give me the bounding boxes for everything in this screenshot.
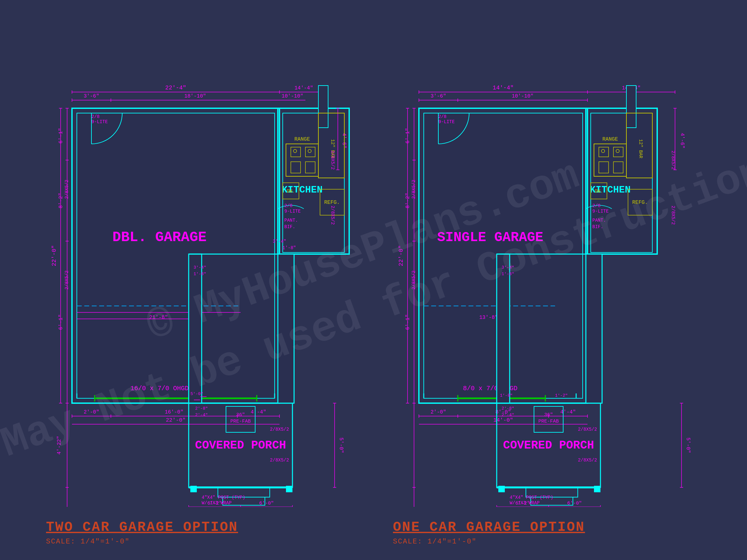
svg-text:2'-8": 2'-8": [195, 406, 208, 411]
left-plan-title: TWO CAR GARAGE OPTION: [46, 519, 354, 535]
svg-text:4"X4" POST (TYP): 4"X4" POST (TYP): [510, 495, 553, 500]
right-plan-title: ONE CAR GARAGE OPTION: [393, 519, 701, 535]
svg-text:2'-8": 2'-8": [501, 406, 514, 411]
right-plan-section: 14'-4" 3'-6" 10'-10" 14'-4": [393, 53, 701, 507]
svg-rect-226: [594, 486, 600, 492]
svg-text:DBL. GARAGE: DBL. GARAGE: [112, 229, 207, 245]
svg-text:2/8X5/2: 2/8X5/2: [670, 206, 676, 225]
left-plan-label: TWO CAR GARAGE OPTION SCALE: 1/4"=1'-0": [46, 519, 354, 546]
svg-text:DW.: DW.: [287, 189, 295, 194]
svg-rect-94: [286, 486, 292, 492]
svg-text:BIF.: BIF.: [592, 224, 603, 230]
svg-text:PRE-FAB: PRE-FAB: [230, 419, 251, 424]
svg-text:3'-4": 3'-4": [273, 239, 286, 244]
svg-rect-188: [626, 85, 636, 128]
svg-text:PANT.: PANT.: [592, 218, 606, 223]
svg-text:2/8: 2/8: [438, 114, 446, 119]
svg-text:4'-6": 4'-6": [679, 133, 685, 149]
svg-text:2/8X5/2: 2/8X5/2: [64, 271, 69, 290]
svg-text:6'-1": 6'-1": [405, 128, 411, 143]
svg-text:1'-8": 1'-8": [194, 272, 206, 276]
svg-text:3'-4": 3'-4": [501, 265, 514, 270]
svg-text:2/8X5/2: 2/8X5/2: [270, 458, 289, 463]
svg-text:6'-1": 6'-1": [58, 314, 64, 330]
right-plan-label: ONE CAR GARAGE OPTION SCALE: 1/4"=1'-0": [393, 519, 701, 546]
svg-text:2/8: 2/8: [592, 203, 600, 208]
svg-rect-225: [498, 486, 505, 492]
svg-text:1'-8": 1'-8": [501, 272, 514, 276]
svg-text:9-LITE: 9-LITE: [592, 209, 609, 214]
svg-rect-123: [189, 254, 202, 403]
svg-text:1'-8": 1'-8": [500, 393, 513, 398]
svg-text:4'-22": 4'-22": [56, 436, 62, 455]
svg-text:22'-0": 22'-0": [166, 417, 185, 423]
svg-text:12" BAR: 12" BAR: [638, 139, 643, 158]
svg-text:2'-4": 2'-4": [195, 412, 208, 418]
svg-rect-124: [278, 254, 294, 403]
svg-text:COVERED PORCH: COVERED PORCH: [195, 439, 286, 452]
svg-text:PRE-FAB: PRE-FAB: [538, 419, 559, 424]
svg-text:22'-0": 22'-0": [398, 245, 404, 266]
svg-text:3'-6": 3'-6": [431, 93, 446, 99]
svg-text:16/0 x 7/0 OHGD: 16/0 x 7/0 OHGD: [130, 385, 189, 392]
svg-text:14'-4": 14'-4": [294, 85, 313, 91]
svg-text:13'-8": 13'-8": [479, 315, 498, 321]
svg-text:RANGE: RANGE: [294, 136, 310, 142]
svg-text:10'-10": 10'-10": [281, 93, 303, 99]
svg-text:2/8X5/2: 2/8X5/2: [64, 180, 69, 199]
plans-wrapper: 22'-4" 3'-6" 18'-10" 14'-4" 10'-10": [27, 27, 720, 533]
svg-text:4'-4": 4'-4": [560, 409, 576, 415]
svg-text:10'-10": 10'-10": [512, 93, 533, 99]
svg-text:6'-1": 6'-1": [405, 314, 411, 330]
left-floor-plan: 22'-4" 3'-6" 18'-10" 14'-4" 10'-10": [46, 53, 354, 507]
svg-text:36": 36": [236, 412, 245, 418]
svg-text:6'-1": 6'-1": [58, 128, 64, 143]
main-container: © MyHousePlans.com May Not be used for C…: [0, 0, 747, 560]
svg-text:2'-4": 2'-4": [501, 412, 514, 418]
svg-text:2/8X5/2: 2/8X5/2: [670, 151, 676, 170]
svg-rect-238: [497, 254, 510, 403]
svg-text:8'-2": 8'-2": [58, 193, 64, 208]
svg-text:5'-0": 5'-0": [338, 437, 344, 453]
svg-text:22'-4": 22'-4": [165, 85, 186, 91]
svg-text:21'-8": 21'-8": [149, 315, 168, 321]
svg-text:2'-0": 2'-0": [84, 409, 99, 415]
svg-text:4'-4": 4'-4": [251, 409, 266, 415]
svg-text:REFG.: REFG.: [324, 199, 340, 206]
svg-text:2/8X5/2: 2/8X5/2: [270, 427, 289, 432]
svg-text:2/8X5/2: 2/8X5/2: [330, 206, 335, 225]
svg-text:RANGE: RANGE: [602, 136, 618, 142]
svg-text:6'-0": 6'-0": [567, 501, 582, 506]
svg-text:2/8X5/2: 2/8X5/2: [411, 180, 416, 199]
svg-text:14'-4": 14'-4": [493, 85, 514, 91]
svg-text:5'-0": 5'-0": [190, 392, 203, 396]
svg-rect-239: [586, 254, 602, 403]
svg-text:18'-10": 18'-10": [184, 93, 206, 99]
svg-text:DW.: DW.: [595, 189, 603, 194]
svg-text:2/8X5/2: 2/8X5/2: [330, 151, 335, 170]
svg-text:2'-0": 2'-0": [431, 409, 446, 415]
svg-text:3'-6": 3'-6": [84, 93, 99, 99]
left-plan-section: 22'-4" 3'-6" 18'-10" 14'-4" 10'-10": [46, 53, 354, 507]
svg-text:22'-0": 22'-0": [51, 245, 57, 266]
svg-text:16'-0": 16'-0": [165, 409, 183, 415]
svg-text:1'-2": 1'-2": [555, 393, 568, 398]
svg-rect-56: [318, 85, 328, 128]
svg-text:1'-8": 1'-8": [282, 245, 296, 250]
svg-text:4"X4" POST (TYP): 4"X4" POST (TYP): [202, 495, 245, 500]
svg-text:3'-4": 3'-4": [194, 265, 206, 270]
svg-text:5'-0": 5'-0": [685, 437, 691, 453]
svg-rect-93: [190, 486, 197, 492]
right-floor-plan: 14'-4" 3'-6" 10'-10" 14'-4": [393, 53, 701, 507]
svg-text:6'-2": 6'-2": [207, 501, 222, 506]
svg-text:6'-0": 6'-0": [259, 501, 274, 506]
svg-text:BIF.: BIF.: [284, 224, 295, 230]
svg-text:2/8: 2/8: [284, 203, 292, 208]
svg-text:9-LITE: 9-LITE: [438, 119, 455, 125]
svg-text:8'-2": 8'-2": [405, 193, 411, 208]
svg-text:SINGLE GARAGE: SINGLE GARAGE: [437, 230, 543, 245]
svg-text:2/8X5/2: 2/8X5/2: [578, 427, 597, 432]
right-plan-scale: SCALE: 1/4"=1'-0": [393, 538, 701, 546]
svg-text:9-LITE: 9-LITE: [92, 119, 108, 125]
svg-rect-31: [77, 113, 275, 398]
